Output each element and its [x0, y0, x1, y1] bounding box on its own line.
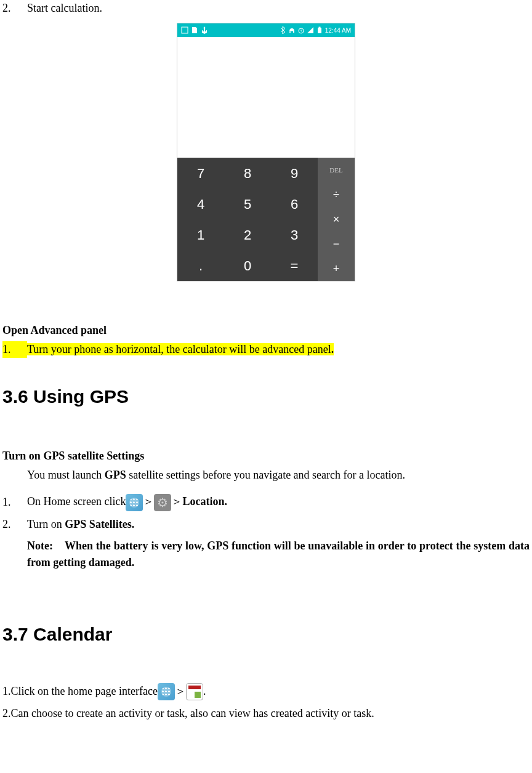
note-text: When the battery is very low, GPS functi… — [27, 540, 530, 569]
status-bar: 12:44 AM — [177, 23, 355, 37]
gps-sub-heading: Turn on GPS satellite Settings — [2, 448, 530, 464]
calendar-step-1: 1.Click on the home page interface＞. — [2, 683, 530, 700]
gps-heading: 3.6 Using GPS — [2, 382, 530, 410]
alarm-icon — [297, 26, 305, 34]
arrow-icon: ＞ — [175, 683, 186, 700]
gps-note: Note: When the battery is very low, GPS … — [27, 538, 530, 571]
gps-intro: You must launch GPS satellite settings b… — [27, 467, 530, 484]
status-left — [181, 26, 208, 34]
gps-step-2: 2. Turn on GPS Satellites. — [2, 516, 530, 533]
text-bold: GPS Satellites. — [65, 518, 134, 530]
calc-numbers: 7 8 9 4 5 6 1 2 3 . 0 = — [177, 158, 318, 281]
key-0[interactable]: 0 — [224, 250, 271, 281]
headphone-icon — [288, 26, 296, 34]
key-del[interactable]: DEL — [318, 158, 355, 182]
calendar-step-2: 2.Can choose to create an activity or ta… — [2, 705, 530, 722]
svg-rect-0 — [182, 27, 188, 33]
text-part: You must launch — [27, 469, 105, 481]
key-5[interactable]: 5 — [224, 188, 271, 219]
key-3[interactable]: 3 — [271, 219, 318, 250]
key-8[interactable]: 8 — [224, 158, 271, 188]
usb-icon — [201, 26, 208, 34]
gps-step-1: 1. On Home screen click＞＞Location. — [2, 493, 530, 511]
text-dot: . — [203, 683, 206, 700]
calc-display — [177, 37, 355, 158]
calendar-heading: 3.7 Calendar — [2, 620, 530, 648]
advanced-panel-heading: Open Advanced panel — [2, 322, 530, 339]
step-number: 1. — [2, 494, 27, 511]
arrow-icon: ＞ — [143, 495, 154, 508]
apps-icon — [158, 683, 175, 700]
text-bold: Location. — [182, 495, 227, 508]
key-9[interactable]: 9 — [271, 158, 318, 188]
highlighted-text: Turn your phone as horizontal, the calcu… — [27, 343, 331, 355]
key-minus[interactable]: − — [318, 232, 355, 256]
bluetooth-icon — [279, 26, 286, 34]
text-part: Turn on — [27, 518, 65, 530]
step-text: Turn on GPS Satellites. — [27, 516, 530, 533]
text-part: 1.Click on the home page interface — [2, 683, 158, 700]
step-text: On Home screen click＞＞Location. — [27, 493, 530, 511]
key-4[interactable]: 4 — [177, 188, 224, 219]
text-part: satellite settings before you navigate a… — [126, 469, 405, 481]
note-label: Note: — [27, 540, 53, 552]
phone-screen: 12:44 AM 7 8 9 4 5 6 1 2 3 . 0 = DEL ÷ — [177, 23, 355, 281]
step-number: 2. — [2, 516, 27, 533]
text-part: On Home screen click — [27, 495, 126, 508]
step-number: 1. — [2, 341, 27, 358]
text-bold: GPS — [105, 469, 126, 481]
key-2[interactable]: 2 — [224, 219, 271, 250]
calculator-screenshot: 12:44 AM 7 8 9 4 5 6 1 2 3 . 0 = DEL ÷ — [2, 23, 530, 281]
step-text: Turn your phone as horizontal, the calcu… — [27, 341, 530, 358]
step-number: 2. — [2, 0, 27, 17]
arrow-icon: ＞ — [171, 495, 182, 508]
status-time: 12:44 AM — [325, 26, 351, 35]
svg-rect-3 — [318, 27, 320, 28]
battery-icon — [316, 26, 323, 34]
key-divide[interactable]: ÷ — [318, 182, 355, 207]
key-equals[interactable]: = — [271, 250, 318, 281]
status-right: 12:44 AM — [279, 26, 351, 35]
signal-icon — [307, 26, 314, 34]
calc-keypad: 7 8 9 4 5 6 1 2 3 . 0 = DEL ÷ × − + — [177, 158, 355, 281]
screenshot-icon — [181, 26, 188, 34]
advanced-step-1: 1. Turn your phone as horizontal, the ca… — [2, 341, 530, 358]
key-1[interactable]: 1 — [177, 219, 224, 250]
calendar-icon — [186, 683, 203, 700]
key-6[interactable]: 6 — [271, 188, 318, 219]
calc-operations: DEL ÷ × − + — [318, 158, 355, 281]
key-multiply[interactable]: × — [318, 207, 355, 232]
highlighted-dot: . — [331, 343, 334, 355]
key-dot[interactable]: . — [177, 250, 224, 281]
step-text: Start calculation. — [27, 0, 530, 17]
settings-icon — [154, 494, 171, 511]
svg-rect-2 — [318, 28, 321, 33]
key-plus[interactable]: + — [318, 256, 355, 281]
key-7[interactable]: 7 — [177, 158, 224, 188]
sd-icon — [191, 26, 198, 34]
step-2: 2. Start calculation. — [2, 0, 530, 17]
apps-icon — [126, 494, 143, 511]
